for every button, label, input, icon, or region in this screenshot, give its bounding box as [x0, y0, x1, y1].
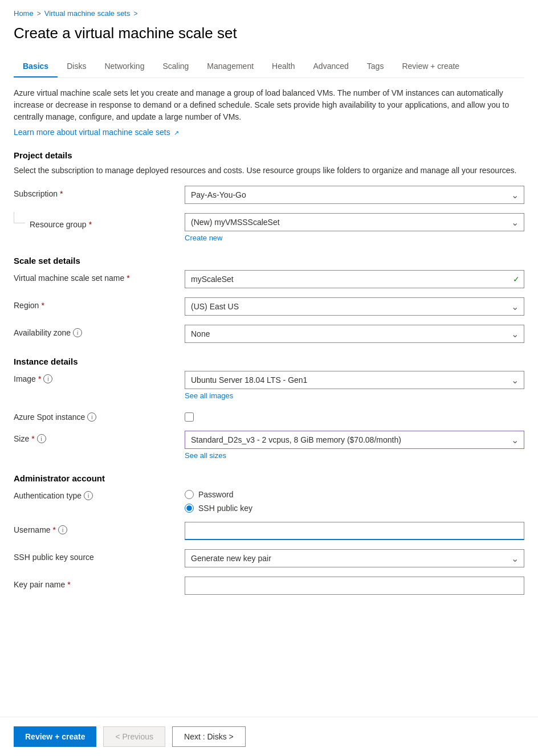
subscription-select[interactable]: Pay-As-You-Go [185, 186, 524, 204]
size-info-icon[interactable]: i [37, 434, 46, 443]
auth-type-info-icon[interactable]: i [84, 491, 93, 500]
tab-management[interactable]: Management [198, 56, 263, 77]
auth-password-radio[interactable] [185, 490, 194, 499]
availability-zone-select[interactable]: None [185, 325, 524, 343]
breadcrumb-sep1: > [37, 10, 41, 18]
resource-group-select-wrapper[interactable]: (New) myVMSSScaleSet [185, 213, 524, 231]
subscription-row: Subscription * Pay-As-You-Go [14, 186, 524, 204]
see-all-sizes-link[interactable]: See all sizes [185, 451, 524, 460]
availability-zone-row: Availability zone i None [14, 325, 524, 343]
ssh-key-source-label: SSH public key source [14, 549, 185, 562]
vm-name-control: ✓ [185, 270, 524, 288]
create-new-link[interactable]: Create new [185, 234, 524, 242]
auth-type-label: Authentication type i [14, 488, 185, 500]
vm-name-input-wrap: ✓ [185, 270, 524, 288]
tab-disks[interactable]: Disks [58, 56, 95, 77]
subscription-required: * [60, 189, 63, 198]
subscription-control: Pay-As-You-Go [185, 186, 524, 204]
project-details-title: Project details [14, 150, 524, 160]
project-details-desc: Select the subscription to manage deploy… [14, 165, 524, 177]
size-control: Standard_D2s_v3 - 2 vcpus, 8 GiB memory … [185, 431, 524, 460]
tab-networking[interactable]: Networking [95, 56, 153, 77]
page-title: Create a virtual machine scale set [14, 24, 524, 42]
key-pair-name-input[interactable] [185, 577, 524, 595]
size-select-wrapper[interactable]: Standard_D2s_v3 - 2 vcpus, 8 GiB memory … [185, 431, 524, 449]
breadcrumb-home[interactable]: Home [14, 9, 34, 18]
region-label: Region * [14, 297, 185, 310]
image-control: Ubuntu Server 18.04 LTS - Gen1 See all i… [185, 371, 524, 400]
tab-review-create[interactable]: Review + create [393, 56, 468, 77]
key-pair-name-row: Key pair name * [14, 577, 524, 595]
next-button[interactable]: Next : Disks > [172, 726, 246, 747]
footer-bar: Review + create < Previous Next : Disks … [0, 717, 538, 756]
ssh-key-source-row: SSH public key source Generate new key p… [14, 549, 524, 567]
username-info-icon[interactable]: i [58, 525, 67, 534]
image-row: Image * i Ubuntu Server 18.04 LTS - Gen1… [14, 371, 524, 400]
azure-spot-control [185, 409, 524, 422]
auth-type-row: Authentication type i Password SSH publi… [14, 488, 524, 513]
tab-advanced[interactable]: Advanced [304, 56, 358, 77]
auth-type-radio-group: Password SSH public key [185, 488, 524, 513]
image-info-icon[interactable]: i [43, 374, 52, 383]
instance-details-title: Instance details [14, 357, 524, 366]
vm-name-input[interactable] [185, 270, 524, 288]
resource-group-label-area: Resource group * [14, 213, 185, 229]
ssh-key-source-select-wrapper[interactable]: Generate new key pair [185, 549, 524, 567]
username-input[interactable] [185, 522, 524, 540]
previous-button: < Previous [103, 726, 165, 747]
region-select-wrapper[interactable]: (US) East US [185, 297, 524, 316]
availability-zone-select-wrapper[interactable]: None [185, 325, 524, 343]
vm-name-required: * [127, 273, 129, 283]
azure-spot-checkbox[interactable] [185, 412, 194, 422]
subscription-label: Subscription * [14, 186, 185, 198]
intro-description: Azure virtual machine scale sets let you… [14, 87, 524, 123]
image-select[interactable]: Ubuntu Server 18.04 LTS - Gen1 [185, 371, 524, 389]
image-select-wrapper[interactable]: Ubuntu Server 18.04 LTS - Gen1 [185, 371, 524, 389]
subscription-select-wrapper[interactable]: Pay-As-You-Go [185, 186, 524, 204]
rg-indent-line [14, 212, 25, 223]
breadcrumb-vmss[interactable]: Virtual machine scale sets [44, 9, 131, 18]
region-row: Region * (US) East US [14, 297, 524, 316]
availability-zone-label: Availability zone i [14, 325, 185, 337]
ssh-key-source-control: Generate new key pair [185, 549, 524, 567]
key-pair-name-control [185, 577, 524, 595]
resource-group-row: Resource group * (New) myVMSSScaleSet Cr… [14, 213, 524, 242]
resource-group-select[interactable]: (New) myVMSSScaleSet [185, 213, 524, 231]
image-label: Image * i [14, 371, 185, 383]
region-select[interactable]: (US) East US [185, 297, 524, 316]
azure-spot-checkbox-wrap [185, 409, 524, 422]
see-all-images-link[interactable]: See all images [185, 391, 524, 400]
username-required: * [53, 525, 56, 534]
breadcrumb: Home > Virtual machine scale sets > [14, 9, 524, 18]
size-select[interactable]: Standard_D2s_v3 - 2 vcpus, 8 GiB memory … [185, 431, 524, 449]
resource-group-required: * [89, 220, 92, 229]
azure-spot-label: Azure Spot instance i [14, 409, 185, 422]
resource-group-label: Resource group * [30, 216, 201, 229]
ssh-key-source-select[interactable]: Generate new key pair [185, 549, 524, 567]
review-create-button[interactable]: Review + create [14, 726, 96, 747]
azure-spot-info-icon[interactable]: i [87, 412, 96, 422]
tab-bar: Basics Disks Networking Scaling Manageme… [14, 56, 524, 78]
vm-name-check-icon: ✓ [513, 275, 520, 284]
external-link-icon: ↗ [174, 129, 179, 136]
auth-password-option[interactable]: Password [185, 490, 524, 499]
learn-more-link[interactable]: Learn more about virtual machine scale s… [14, 128, 179, 137]
tab-basics[interactable]: Basics [14, 56, 58, 77]
region-control: (US) East US [185, 297, 524, 316]
tab-scaling[interactable]: Scaling [153, 56, 198, 77]
tab-tags[interactable]: Tags [358, 56, 393, 77]
auth-ssh-option[interactable]: SSH public key [185, 504, 524, 513]
size-label: Size * i [14, 431, 185, 443]
username-row: Username * i [14, 522, 524, 540]
breadcrumb-sep2: > [133, 10, 137, 18]
size-required: * [31, 434, 34, 443]
tab-health[interactable]: Health [263, 56, 304, 77]
key-pair-name-label: Key pair name * [14, 577, 185, 589]
key-pair-required: * [67, 580, 70, 589]
admin-account-title: Administrator account [14, 473, 524, 483]
resource-group-control: (New) myVMSSScaleSet Create new [185, 213, 524, 242]
size-row: Size * i Standard_D2s_v3 - 2 vcpus, 8 Gi… [14, 431, 524, 460]
availability-zone-info-icon[interactable]: i [73, 328, 82, 337]
auth-ssh-radio[interactable] [185, 504, 194, 513]
username-label: Username * i [14, 522, 185, 534]
